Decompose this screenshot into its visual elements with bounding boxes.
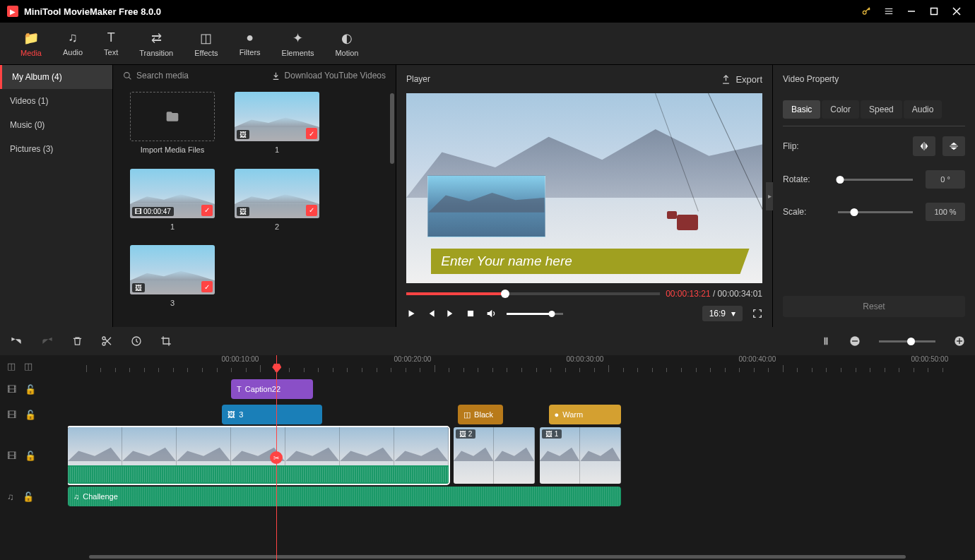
search-icon (123, 71, 132, 81)
svg-point-2 (124, 72, 130, 78)
collapse-track-icon[interactable]: ◫ (24, 361, 32, 371)
crop-button[interactable] (160, 335, 172, 347)
close-button[interactable] (945, 0, 968, 23)
minimize-button[interactable] (900, 0, 923, 23)
scale-slider[interactable] (838, 211, 913, 213)
sidebar-item-videos[interactable]: Videos (1) (0, 89, 112, 113)
tab-elements[interactable]: ✦Elements (272, 26, 324, 61)
video-clip-3[interactable]: 🖼1 (540, 427, 622, 484)
svg-point-6 (102, 337, 105, 340)
import-media-button[interactable] (130, 92, 215, 141)
motion-icon: ◐ (341, 30, 353, 46)
media-item-video-1[interactable]: 🎞00:00:47 ✓ (130, 169, 215, 218)
prev-button[interactable] (426, 309, 436, 318)
image-icon: 🖼 (237, 207, 249, 216)
split-button[interactable] (101, 335, 112, 347)
redo-button[interactable] (41, 335, 54, 347)
stop-button[interactable] (466, 309, 475, 318)
image-icon: 🖼 (459, 430, 466, 438)
pip-clip[interactable]: 🖼 3 (222, 405, 321, 424)
image-icon: 🖼 (545, 430, 552, 438)
timeline-scrollbar[interactable] (89, 555, 906, 559)
flip-vertical-button[interactable] (942, 136, 965, 156)
media-item-3[interactable]: 🖼 ✓ (130, 245, 215, 294)
lock-icon[interactable]: 🔓 (25, 384, 36, 395)
tracks-area[interactable]: 00:00:10:0000:00:20:0000:00:30:0000:00:4… (68, 355, 975, 560)
audio-track: ♫ Challenge (68, 484, 975, 509)
svg-rect-12 (852, 340, 858, 341)
video-clip-1[interactable] (68, 427, 449, 484)
rotate-label: Rotate: (783, 174, 825, 184)
key-icon[interactable] (855, 0, 878, 23)
tab-transition[interactable]: ⇄Transition (129, 26, 183, 61)
flip-label: Flip: (783, 141, 825, 151)
playhead[interactable]: ✂ (276, 355, 277, 560)
sidebar-item-pictures[interactable]: Pictures (3) (0, 137, 112, 161)
video-track: 🖼2 🖼1 (68, 427, 975, 484)
music-icon: ♫ (7, 492, 14, 502)
time-ruler[interactable]: 00:00:10:0000:00:20:0000:00:30:0000:00:4… (68, 355, 975, 376)
svg-rect-9 (825, 338, 826, 345)
next-button[interactable] (446, 309, 456, 318)
delete-button[interactable] (72, 335, 83, 347)
sidebar-item-myalbum[interactable]: My Album (4) (0, 65, 112, 89)
aspect-ratio-select[interactable]: 16:9▾ (702, 306, 743, 321)
check-icon: ✓ (306, 128, 317, 139)
lock-icon[interactable]: 🔓 (25, 410, 36, 420)
panel-expand-button[interactable]: ▸ (766, 182, 773, 210)
film-icon: 🎞 (7, 384, 16, 395)
menu-icon[interactable] (878, 0, 900, 23)
sidebar-item-music[interactable]: Music (0) (0, 113, 112, 137)
undo-button[interactable] (10, 335, 23, 347)
video-clip-2[interactable]: 🖼2 (454, 427, 536, 484)
main-toolbar: 📁Media ♫Audio TText ⇄Transition ◫Effects… (0, 23, 975, 65)
rotate-value[interactable]: 0 ° (926, 170, 965, 189)
fullscreen-button[interactable] (752, 309, 762, 318)
prop-tab-basic[interactable]: Basic (783, 100, 820, 119)
play-button[interactable] (406, 309, 416, 318)
flip-horizontal-button[interactable] (913, 136, 935, 156)
text-icon: T (107, 30, 115, 45)
media-item-2[interactable]: 🖼 ✓ (235, 169, 319, 218)
media-item-1[interactable]: 🖼 ✓ (235, 92, 319, 141)
tab-effects[interactable]: ◫Effects (184, 26, 228, 61)
caption-clip[interactable]: T Caption22 (231, 379, 313, 399)
scale-value[interactable]: 100 % (926, 203, 965, 221)
marker-button[interactable] (821, 335, 831, 347)
progress-bar[interactable] (406, 292, 660, 295)
media-sidebar: My Album (4) Videos (1) Music (0) Pictur… (0, 65, 113, 327)
lock-icon[interactable]: 🔓 (23, 492, 34, 502)
prop-tab-audio[interactable]: Audio (904, 100, 942, 119)
rotate-slider[interactable] (838, 179, 913, 181)
media-scrollbar[interactable] (390, 93, 394, 164)
prop-tab-color[interactable]: Color (822, 100, 859, 119)
reset-button[interactable]: Reset (783, 296, 965, 317)
tab-audio[interactable]: ♫Audio (53, 26, 93, 61)
tab-motion[interactable]: ◐Motion (325, 26, 368, 61)
lock-icon[interactable]: 🔓 (25, 451, 36, 461)
tab-filters[interactable]: ●Filters (230, 26, 271, 61)
zoom-in-button[interactable] (954, 335, 965, 347)
search-input[interactable]: Search media (136, 71, 189, 81)
maximize-button[interactable] (923, 0, 945, 23)
video-preview[interactable]: Enter Your name here (406, 93, 762, 283)
media-panel: Search media Download YouTube Videos Imp… (113, 65, 396, 327)
speed-button[interactable] (131, 335, 142, 347)
player-title: Player (406, 74, 721, 84)
tab-media[interactable]: 📁Media (11, 26, 52, 61)
volume-slider[interactable] (507, 313, 563, 315)
zoom-slider[interactable] (879, 340, 935, 342)
prop-tab-speed[interactable]: Speed (861, 100, 902, 119)
filter-clip[interactable]: ● Warm (549, 405, 622, 424)
tab-text[interactable]: TText (94, 26, 128, 61)
app-logo: ▶ (7, 6, 18, 17)
zoom-out-button[interactable] (849, 335, 861, 347)
check-icon: ✓ (306, 205, 317, 216)
video-badge: 🎞00:00:47 (132, 207, 174, 216)
add-track-icon[interactable]: ◫ (7, 361, 16, 371)
transition-clip[interactable]: ◫ Black (458, 405, 503, 424)
download-youtube-button[interactable]: Download YouTube Videos (271, 71, 386, 81)
audio-clip[interactable]: ♫ Challenge (68, 487, 621, 506)
volume-icon[interactable] (485, 308, 497, 319)
export-button[interactable]: Export (721, 74, 762, 85)
